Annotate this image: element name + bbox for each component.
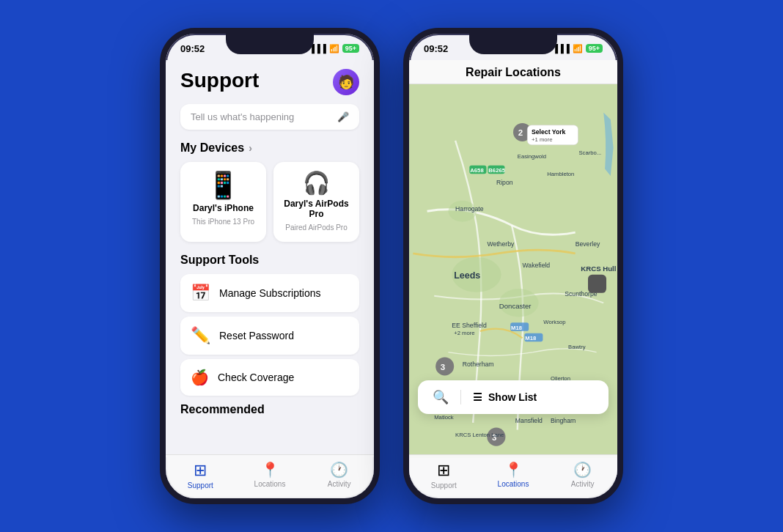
activity-tab-icon-right: 🕐 bbox=[573, 461, 592, 479]
battery-badge-left: 95+ bbox=[342, 44, 359, 53]
manage-subscriptions-item[interactable]: 📅 Manage Subscriptions bbox=[180, 274, 359, 312]
coverage-label: Check Coverage bbox=[218, 372, 294, 383]
svg-text:M18: M18 bbox=[525, 335, 537, 341]
activity-tab-label-right: Activity bbox=[571, 480, 595, 488]
status-icons-left: ▐▐▐ 📶 95+ bbox=[309, 44, 359, 53]
check-coverage-item[interactable]: 🍎 Check Coverage bbox=[180, 359, 359, 396]
tools-section: 📅 Manage Subscriptions ✏️ Reset Password… bbox=[180, 274, 359, 396]
support-title: Support bbox=[180, 69, 259, 92]
iphone-name: Daryl's iPhone bbox=[193, 203, 254, 213]
iphone-icon: 📱 bbox=[207, 172, 240, 199]
svg-text:Wetherby: Wetherby bbox=[487, 240, 515, 248]
search-bar[interactable]: Tell us what's happening 🎤 bbox=[180, 104, 359, 130]
svg-text:+1 more: +1 more bbox=[532, 136, 552, 143]
wifi-icon: 📶 bbox=[329, 44, 339, 53]
map-bottom-bar: 🔍 ☰ Show List bbox=[418, 380, 609, 414]
support-tab-icon-right: ⊞ bbox=[437, 461, 450, 480]
my-devices-label: My Devices bbox=[180, 141, 244, 155]
avatar[interactable]: 🧑 bbox=[333, 69, 359, 95]
svg-text:Select York: Select York bbox=[532, 128, 566, 136]
map-container[interactable]: Leeds Doncaster EE Sheffield +2 more Har… bbox=[409, 84, 617, 458]
tab-locations-left[interactable]: 📍 Locations bbox=[235, 461, 305, 488]
reset-password-item[interactable]: ✏️ Reset Password bbox=[180, 317, 359, 355]
map-search-icon[interactable]: 🔍 bbox=[433, 389, 449, 405]
svg-text:Wakefield: Wakefield bbox=[523, 262, 551, 269]
battery-badge-right: 95+ bbox=[586, 44, 603, 53]
airpods-desc: Paired AirPods Pro bbox=[285, 223, 348, 232]
subscriptions-icon: 📅 bbox=[191, 284, 210, 303]
svg-text:2: 2 bbox=[518, 128, 523, 137]
subscriptions-label: Manage Subscriptions bbox=[219, 287, 321, 299]
divider bbox=[460, 390, 461, 404]
tab-activity-right[interactable]: 🕐 Activity bbox=[548, 461, 617, 488]
svg-text:Mansfield: Mansfield bbox=[515, 417, 543, 424]
tab-locations-right[interactable]: 📍 Locations bbox=[479, 461, 548, 488]
my-devices-header: My Devices › bbox=[180, 141, 359, 155]
tab-bar-left: ⊞ Support 📍 Locations 🕐 Activity bbox=[166, 454, 374, 498]
svg-text:A658: A658 bbox=[470, 167, 484, 174]
devices-row: 📱 Daryl's iPhone This iPhone 13 Pro 🎧 Da… bbox=[180, 162, 359, 242]
tab-support-right[interactable]: ⊞ Support bbox=[409, 461, 479, 489]
left-phone: 09:52 ▐▐▐ 📶 95+ Support 🧑 Tell us what's… bbox=[160, 28, 380, 504]
tab-bar-right: ⊞ Support 📍 Locations 🕐 Activity bbox=[409, 454, 617, 498]
reset-icon: ✏️ bbox=[191, 326, 210, 345]
notch-right bbox=[469, 34, 557, 54]
svg-text:Doncaster: Doncaster bbox=[499, 302, 532, 310]
recommended-label: Recommended bbox=[180, 403, 359, 416]
svg-text:Easingwold: Easingwold bbox=[518, 153, 546, 160]
map-header: Repair Locations bbox=[409, 60, 617, 84]
right-phone: 09:52 ▐▐▐ 📶 95+ Repair Locations bbox=[403, 28, 623, 504]
status-icons-right: ▐▐▐ 📶 95+ bbox=[552, 44, 603, 53]
tab-support[interactable]: ⊞ Support bbox=[166, 461, 235, 489]
svg-text:Rotherham: Rotherham bbox=[463, 361, 494, 368]
support-tools-label: Support Tools bbox=[180, 254, 359, 267]
search-placeholder: Tell us what's happening bbox=[191, 111, 294, 122]
support-tab-label-right: Support bbox=[431, 481, 457, 489]
locations-tab-icon-left: 📍 bbox=[261, 461, 279, 479]
svg-text:M18: M18 bbox=[511, 325, 523, 331]
svg-text:KRCS Lenton Lane: KRCS Lenton Lane bbox=[455, 432, 504, 438]
locations-tab-label-right: Locations bbox=[498, 480, 529, 488]
repair-locations-title: Repair Locations bbox=[466, 66, 561, 78]
svg-text:EE Sheffield: EE Sheffield bbox=[452, 322, 487, 329]
svg-text:3: 3 bbox=[441, 363, 445, 372]
time-left: 09:52 bbox=[180, 43, 205, 54]
device-airpods[interactable]: 🎧 Daryl's AirPods Pro Paired AirPods Pro bbox=[273, 162, 359, 242]
coverage-icon: 🍎 bbox=[191, 369, 209, 386]
svg-text:Leeds: Leeds bbox=[454, 270, 480, 281]
map-screen: Leeds Doncaster EE Sheffield +2 more Har… bbox=[409, 84, 617, 479]
locations-tab-label-left: Locations bbox=[254, 480, 286, 488]
activity-tab-icon-left: 🕐 bbox=[330, 461, 348, 479]
svg-text:Hambleton: Hambleton bbox=[547, 171, 574, 177]
svg-text:Harrogate: Harrogate bbox=[455, 205, 484, 213]
support-screen: Support 🧑 Tell us what's happening 🎤 My … bbox=[166, 60, 374, 457]
wifi-icon-right: 📶 bbox=[573, 44, 583, 53]
svg-text:Bawtry: Bawtry bbox=[568, 344, 586, 350]
show-list-label: Show List bbox=[488, 391, 537, 403]
svg-text:KRCS Hull: KRCS Hull bbox=[581, 265, 616, 273]
notch bbox=[226, 34, 314, 54]
iphone-desc: This iPhone 13 Pro bbox=[192, 218, 254, 226]
reset-label: Reset Password bbox=[219, 330, 294, 341]
mic-icon[interactable]: 🎤 bbox=[337, 111, 349, 122]
tab-activity-left[interactable]: 🕐 Activity bbox=[304, 461, 374, 488]
svg-text:+2 more: +2 more bbox=[454, 330, 474, 336]
show-list-button[interactable]: ☰ Show List bbox=[473, 391, 537, 403]
svg-text:Matlock: Matlock bbox=[434, 414, 454, 421]
svg-text:Scarbo...: Scarbo... bbox=[578, 149, 601, 156]
support-tab-icon: ⊞ bbox=[194, 461, 207, 480]
device-iphone[interactable]: 📱 Daryl's iPhone This iPhone 13 Pro bbox=[180, 162, 266, 242]
list-icon: ☰ bbox=[473, 391, 482, 403]
svg-text:Worksop: Worksop bbox=[543, 319, 565, 325]
svg-text:B6265: B6265 bbox=[488, 167, 505, 174]
time-right: 09:52 bbox=[424, 43, 448, 54]
locations-tab-icon-right: 📍 bbox=[504, 461, 523, 479]
svg-rect-46 bbox=[588, 275, 606, 293]
airpods-name: Daryl's AirPods Pro bbox=[281, 199, 352, 219]
svg-text:Bingham: Bingham bbox=[551, 417, 576, 424]
support-tab-label: Support bbox=[188, 481, 213, 489]
svg-text:Ripon: Ripon bbox=[496, 179, 513, 186]
airpods-icon: 🎧 bbox=[303, 172, 330, 194]
support-header: Support 🧑 bbox=[180, 69, 359, 95]
activity-tab-label-left: Activity bbox=[328, 480, 351, 488]
